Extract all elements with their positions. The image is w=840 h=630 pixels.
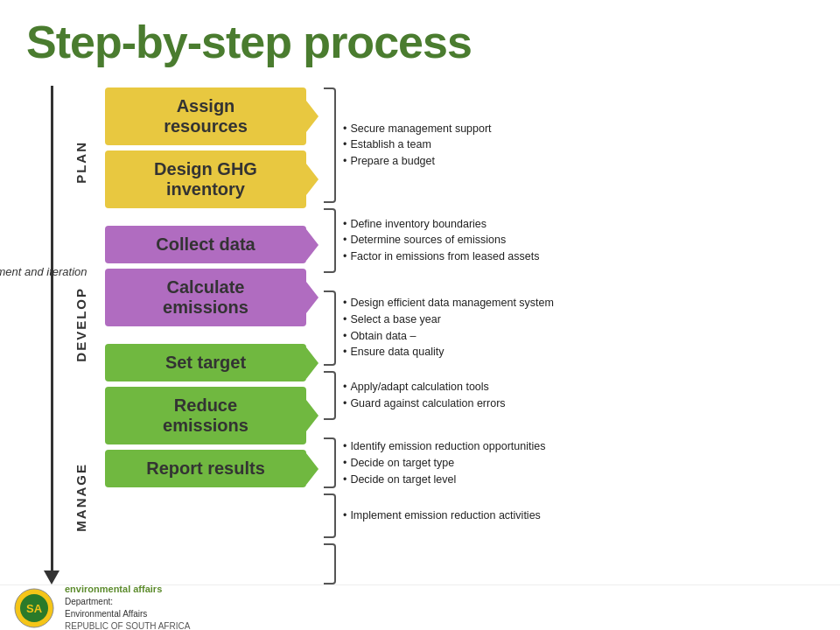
main-content: Improvement and iteration PLAN DEVELOP M… (0, 77, 840, 584)
plan-bracket (324, 88, 336, 203)
notes-column: Secure management support Establish a te… (306, 82, 814, 584)
republic-label: REPUBLIC OF SOUTH AFRICA (65, 620, 190, 630)
step-reduce[interactable]: Reduceemissions (105, 387, 306, 444)
step-assign[interactable]: Assignresources (105, 88, 306, 145)
design-notes-group: Define inventory boundaries Determine so… (324, 208, 814, 273)
report-notes-group (324, 543, 814, 584)
plan-notes: Secure management support Establish a te… (343, 88, 492, 203)
reduce-notes: Implement emission reduction activities (343, 494, 541, 538)
step-target[interactable]: Set target (105, 344, 306, 382)
step-calculate[interactable]: Calculateemissions (105, 269, 306, 326)
plan-notes-group: Secure management support Establish a te… (324, 88, 814, 203)
target-notes-group: Identify emission reduction opportunitie… (324, 438, 814, 489)
left-axis: Improvement and iteration PLAN DEVELOP M… (18, 86, 96, 584)
footer-text-block: environmental affairs Department:Environ… (65, 583, 190, 630)
footer-logo: SA (12, 588, 56, 628)
reduce-notes-group: Implement emission reduction activities (324, 494, 814, 538)
step-collect[interactable]: Collect data (105, 226, 306, 263)
reduce-bracket (324, 494, 336, 538)
design-bracket (324, 208, 336, 273)
footer: SA environmental affairs Department:Envi… (0, 584, 840, 630)
plan-label: PLAN (74, 141, 88, 184)
target-bracket (324, 438, 336, 489)
step-design[interactable]: Design GHGinventory (105, 150, 306, 208)
dept-name: environmental affairs (65, 583, 190, 596)
design-notes: Define inventory boundaries Determine so… (343, 208, 539, 273)
svg-text:SA: SA (26, 602, 43, 615)
collect-notes: Design efficient data management system … (343, 290, 554, 366)
calculate-notes: Apply/adapt calculation tools Guard agai… (343, 371, 506, 421)
calculate-bracket (324, 371, 336, 421)
steps-column: Assignresources Design GHGinventory Coll… (105, 82, 306, 584)
collect-bracket (324, 290, 336, 366)
collect-notes-group: Design efficient data management system … (324, 290, 814, 366)
manage-label: MANAGE (74, 463, 88, 532)
step-report[interactable]: Report results (105, 450, 306, 487)
target-notes: Identify emission reduction opportunitie… (343, 438, 545, 489)
develop-label: DEVELOP (74, 287, 88, 362)
report-bracket (324, 543, 336, 584)
dept-full: Department:Environmental Affairs (65, 596, 190, 620)
page-title: Step-by-step process (0, 0, 840, 77)
calculate-notes-group: Apply/adapt calculation tools Guard agai… (324, 371, 814, 421)
